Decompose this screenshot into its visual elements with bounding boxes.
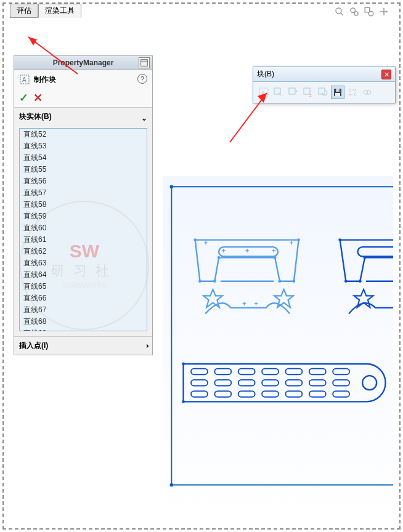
list-item[interactable]: 直线67 (20, 304, 147, 316)
list-item[interactable]: 直线68 (20, 316, 147, 328)
list-item[interactable]: 直线59 (20, 211, 147, 222)
svg-point-46 (274, 256, 277, 259)
svg-point-27 (367, 91, 371, 94)
save-block-tool-icon[interactable] (331, 86, 344, 99)
list-item[interactable]: 直线62 (20, 246, 147, 257)
svg-point-43 (213, 280, 216, 283)
tab-evaluate[interactable]: 评估 (10, 4, 38, 18)
cancel-button[interactable]: ✕ (33, 91, 43, 105)
svg-rect-20 (335, 93, 340, 96)
section-insert-point[interactable]: 插入点(I) ⌃ (14, 336, 152, 355)
list-item[interactable]: 直线56 (20, 175, 147, 187)
svg-point-52 (359, 280, 362, 283)
svg-rect-64 (238, 380, 255, 386)
sketch-svg (163, 176, 393, 522)
pm-ok-cancel: ✓ ✕ (14, 89, 152, 107)
belt-chain-tool-icon[interactable] (360, 86, 374, 99)
property-manager-panel: PropertyManager A 制作块 ? ✓ ✕ 块实体(B) ⌃ 直线5… (14, 55, 153, 355)
svg-point-45 (218, 256, 221, 259)
svg-rect-59 (285, 369, 302, 375)
list-item[interactable]: 直线61 (20, 234, 147, 246)
make-block-icon: A (19, 74, 30, 85)
svg-point-42 (198, 280, 202, 283)
list-item[interactable]: 直线57 (20, 187, 147, 199)
orientation-icon[interactable] (378, 6, 389, 17)
svg-rect-66 (285, 380, 302, 386)
svg-rect-71 (238, 391, 255, 397)
addremove-tool-icon[interactable]: ± (301, 86, 315, 99)
section-block-entities-label: 块实体(B) (19, 111, 52, 122)
block-titlebar[interactable]: 块(B) ✕ (253, 67, 395, 82)
svg-rect-17 (319, 88, 325, 94)
svg-rect-60 (309, 369, 326, 375)
block-tools: A ± (253, 82, 395, 103)
svg-point-40 (297, 238, 300, 241)
svg-text:±: ± (309, 92, 312, 97)
drawing-canvas[interactable] (163, 176, 393, 522)
block-entities-list[interactable]: 直线52直线53直线54直线55直线56直线57直线58直线59直线60直线61… (19, 128, 147, 331)
svg-text:A: A (22, 76, 26, 83)
svg-point-5 (368, 11, 373, 16)
svg-rect-4 (365, 7, 370, 12)
list-item[interactable]: 直线66 (20, 292, 147, 304)
svg-rect-75 (333, 391, 349, 397)
top-tabs: 评估 渲染工具 (10, 4, 81, 18)
svg-rect-61 (333, 369, 349, 375)
svg-rect-21 (350, 90, 355, 95)
pm-title-row: A 制作块 ? (14, 70, 152, 89)
insert-block-tool-icon[interactable] (287, 86, 300, 99)
help-icon[interactable]: ? (137, 74, 147, 84)
svg-marker-37 (203, 289, 222, 307)
list-item[interactable]: 直线58 (20, 199, 147, 211)
block-window-title: 块(B) (257, 69, 274, 79)
list-item[interactable]: 直线63 (20, 257, 147, 269)
svg-point-26 (364, 91, 367, 94)
svg-rect-65 (262, 380, 279, 386)
svg-rect-14 (289, 88, 295, 94)
svg-rect-58 (262, 369, 279, 375)
svg-rect-55 (191, 369, 208, 375)
list-item[interactable]: 直线64 (20, 269, 147, 281)
tab-render-tools[interactable]: 渲染工具 (38, 4, 81, 18)
rebuild-tool-icon[interactable] (316, 86, 330, 99)
list-item[interactable]: 直线52 (20, 129, 147, 140)
pm-header: PropertyManager (14, 56, 152, 70)
explode-tool-icon[interactable] (346, 86, 359, 99)
list-item[interactable]: 直线55 (20, 164, 147, 175)
list-item[interactable]: 直线65 (20, 281, 147, 292)
zoom-fit-icon[interactable] (349, 6, 360, 17)
list-item[interactable]: 直线53 (20, 140, 147, 152)
svg-rect-70 (214, 391, 231, 397)
edit-block-tool-icon[interactable] (272, 86, 285, 99)
svg-rect-19 (336, 89, 340, 92)
svg-rect-35 (219, 247, 278, 256)
pm-header-title: PropertyManager (53, 58, 114, 67)
magnify-icon[interactable] (334, 6, 345, 17)
chevron-up-icon: ⌃ (141, 111, 147, 122)
svg-point-3 (354, 12, 358, 15)
svg-rect-74 (309, 391, 326, 397)
zoom-window-icon[interactable] (364, 6, 375, 17)
block-toolbar-window: 块(B) ✕ A ± (253, 66, 396, 103)
svg-marker-6 (386, 10, 388, 14)
list-item[interactable]: 直线60 (20, 222, 147, 234)
pin-icon[interactable] (139, 57, 150, 68)
svg-rect-68 (333, 380, 349, 386)
close-icon[interactable]: ✕ (381, 70, 391, 79)
view-controls (334, 6, 389, 17)
make-block-tool-icon[interactable]: A (257, 86, 271, 99)
svg-rect-69 (191, 391, 208, 397)
list-item[interactable]: 直线54 (20, 152, 147, 164)
svg-point-53 (364, 256, 367, 259)
svg-rect-47 (357, 247, 393, 256)
list-item[interactable]: 直线69 (20, 328, 147, 331)
svg-text:A: A (261, 90, 265, 96)
svg-point-39 (193, 238, 197, 241)
svg-rect-56 (214, 369, 231, 375)
svg-rect-57 (238, 369, 255, 375)
ok-button[interactable]: ✓ (19, 91, 28, 105)
svg-rect-7 (141, 60, 148, 66)
svg-marker-79 (28, 37, 37, 46)
svg-point-44 (278, 280, 281, 283)
section-block-entities[interactable]: 块实体(B) ⌃ (14, 107, 152, 126)
